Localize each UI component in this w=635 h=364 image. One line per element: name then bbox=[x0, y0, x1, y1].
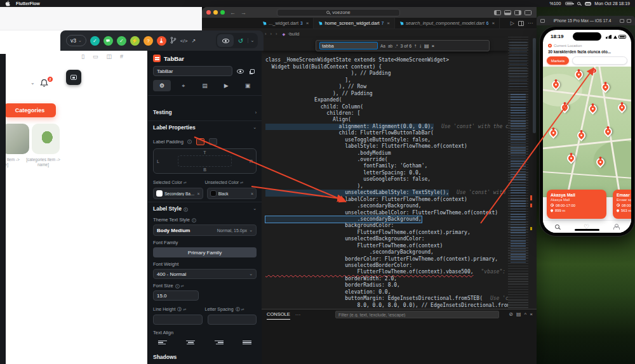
map-pin[interactable] bbox=[602, 126, 613, 137]
status-check-icon[interactable]: ✓ bbox=[90, 36, 100, 46]
undo-button[interactable]: ↺ bbox=[234, 37, 248, 44]
code-line[interactable]: letterSpacing: 0.0, bbox=[265, 170, 508, 176]
widget-name-input[interactable] bbox=[153, 66, 232, 76]
close-panel-icon[interactable]: × bbox=[530, 311, 533, 317]
editor-tab[interactable]: search_input_component_model.dart 6 bbox=[395, 18, 500, 29]
layers-tab-icon[interactable]: ▤ bbox=[196, 80, 214, 91]
clear-color-icon[interactable]: × bbox=[251, 192, 253, 196]
text-style-dropdown[interactable]: Body Medium Normal, 15.0px⌄ bbox=[153, 224, 257, 236]
minimize-window-button[interactable] bbox=[213, 10, 218, 15]
map-pin[interactable] bbox=[550, 79, 561, 90]
align-left-button[interactable] bbox=[153, 337, 172, 348]
code-line[interactable]: borderColor: FlutterFlowTheme.of(context… bbox=[265, 256, 508, 263]
breadcrumb[interactable] bbox=[263, 31, 269, 37]
console-list-icon[interactable]: ▤ bbox=[516, 311, 521, 317]
map-pin[interactable] bbox=[594, 156, 606, 167]
editor-tab[interactable]: home_screen_widget.dart 7 bbox=[314, 18, 395, 29]
simulator-screenshot-icon[interactable] bbox=[620, 19, 624, 23]
canvas-grid-icon[interactable]: # bbox=[120, 53, 123, 60]
market-card[interactable]: Akasya Mall Akasya Mall 08:00-17:00 899 … bbox=[547, 190, 606, 219]
map-pin[interactable] bbox=[547, 127, 559, 138]
code-line[interactable]: borderWidth: 2.0, bbox=[265, 276, 508, 282]
code-line[interactable]: 8.0, 0.0, 8.0, 0.0), // EdgeInsetsDirect… bbox=[265, 302, 508, 309]
device-phone-icon[interactable]: ▯ bbox=[81, 53, 84, 60]
split-editor-icon[interactable] bbox=[518, 21, 524, 26]
maximize-panel-icon[interactable]: ^ bbox=[525, 311, 527, 317]
toolbar-caret[interactable]: ⌄ bbox=[248, 38, 257, 43]
code-line[interactable]: unselectedLabelColor: FlutterFlowTheme.o… bbox=[265, 210, 508, 216]
vscode-scrollbar[interactable] bbox=[532, 37, 537, 309]
code-line[interactable]: buttonMargin: EdgeInsetsDirectional.from… bbox=[265, 296, 508, 302]
spotlight-icon[interactable] bbox=[577, 2, 580, 5]
version-chip[interactable]: v3 ⌄ bbox=[66, 35, 86, 46]
panel-more-icon[interactable]: ⋯ bbox=[295, 312, 300, 318]
breadcrumb[interactable] bbox=[269, 31, 274, 37]
section-label-properties[interactable]: Label Properties ⌄ bbox=[153, 124, 257, 131]
code-line[interactable]: ), bbox=[265, 183, 508, 190]
set-from-variable-icon[interactable] bbox=[180, 283, 184, 289]
padding-box[interactable]: T B L R bbox=[153, 148, 257, 174]
find-next-icon[interactable]: ↓ bbox=[419, 43, 422, 49]
markets-chip[interactable]: Markets bbox=[547, 56, 569, 65]
chat-icon[interactable] bbox=[104, 36, 113, 46]
console-filter[interactable] bbox=[335, 311, 499, 318]
set-from-variable-icon[interactable] bbox=[182, 180, 187, 185]
section-label-style[interactable]: Label Style ⌄ bbox=[153, 205, 257, 212]
code-line[interactable]: .bodyMedium bbox=[265, 150, 508, 157]
map-pin[interactable] bbox=[573, 68, 584, 80]
actions-tab-icon[interactable]: ▶ bbox=[217, 80, 235, 91]
profile-tab-icon[interactable] bbox=[613, 224, 619, 230]
tab-close-icon[interactable] bbox=[306, 20, 309, 26]
font-size-input[interactable] bbox=[153, 290, 199, 301]
map-pin[interactable] bbox=[575, 129, 587, 141]
ff-canvas[interactable]: ▯ ▭ ◫ # ⌄ 2 Categories [categories item … bbox=[0, 30, 147, 364]
code-line[interactable]: alignment: Alignment(0.0, 0.0),Use 'cons… bbox=[265, 124, 508, 130]
padding-top-field[interactable]: T bbox=[203, 150, 206, 155]
history-back-icon[interactable]: ← bbox=[230, 10, 236, 16]
map-pin[interactable] bbox=[616, 101, 627, 113]
tab-close-icon[interactable] bbox=[491, 20, 495, 26]
properties-tab-icon[interactable]: ⚙ bbox=[153, 80, 171, 91]
code-line[interactable]: ), // Padding bbox=[265, 91, 508, 97]
code-line[interactable]: ], bbox=[265, 77, 508, 84]
code-line[interactable]: .secondaryBackground, bbox=[265, 203, 508, 209]
control-center-icon[interactable] bbox=[585, 2, 590, 6]
code-line[interactable]: FlutterFlowTheme.of(context) bbox=[265, 243, 508, 249]
export-icon[interactable]: ↗ bbox=[191, 38, 196, 44]
code-line[interactable]: elevation: 0.0, bbox=[265, 289, 508, 296]
code-line[interactable]: useGoogleFonts: false, bbox=[265, 176, 508, 183]
search-tab-icon[interactable] bbox=[555, 224, 559, 229]
padding-link-toggle[interactable] bbox=[196, 138, 204, 145]
simulator-menu-icon[interactable] bbox=[540, 19, 545, 23]
toggle-secondary-sidebar-icon[interactable] bbox=[514, 10, 521, 15]
line-height-input[interactable] bbox=[153, 315, 203, 325]
code-line[interactable]: ), // Padding bbox=[265, 70, 508, 77]
code-line[interactable]: child: FlutterFlowButtonTabBar( bbox=[265, 130, 508, 136]
toggle-panel-icon[interactable] bbox=[504, 10, 511, 15]
find-in-selection-icon[interactable]: ▤ bbox=[424, 43, 429, 49]
code-line[interactable]: FlutterFlowTheme.of(context).primary, bbox=[265, 230, 508, 236]
canvas-mode-button[interactable] bbox=[66, 70, 81, 85]
code-line[interactable]: children: [ bbox=[265, 110, 508, 117]
find-previous-icon[interactable]: ↑ bbox=[414, 43, 417, 49]
close-window-button[interactable] bbox=[206, 10, 211, 15]
toggle-sidebar-icon[interactable] bbox=[494, 10, 501, 15]
cursor-tab-icon[interactable]: ⌖ bbox=[175, 80, 192, 91]
padding-left-field[interactable]: L bbox=[157, 159, 159, 164]
menubar-clock[interactable]: Mon Oct 28 18:19 bbox=[594, 1, 630, 6]
iphone-screen[interactable]: 18:19 Current Location 30 karakterden fa… bbox=[543, 30, 631, 233]
code-line[interactable]: unselectedBorderColor: bbox=[265, 263, 508, 269]
code-line[interactable]: .secondaryBackground, bbox=[265, 249, 508, 256]
padding-unlink-toggle[interactable] bbox=[209, 138, 217, 145]
shadows-label[interactable]: Shadows bbox=[153, 354, 257, 360]
padding-right-field[interactable]: R bbox=[250, 159, 253, 164]
code-line[interactable]: .secondaryBackground, bbox=[265, 216, 508, 223]
docs-tab-icon[interactable]: ▣ bbox=[239, 80, 257, 91]
location-row[interactable]: Current Location bbox=[548, 44, 582, 48]
align-right-button[interactable] bbox=[210, 337, 229, 348]
console-lines[interactable] bbox=[265, 322, 534, 342]
set-from-variable-icon[interactable] bbox=[240, 307, 244, 311]
whole-word-toggle[interactable]: ab bbox=[388, 44, 392, 48]
code-line[interactable]: ), // Row bbox=[265, 84, 508, 90]
device-desktop-icon[interactable]: ◫ bbox=[106, 53, 112, 60]
